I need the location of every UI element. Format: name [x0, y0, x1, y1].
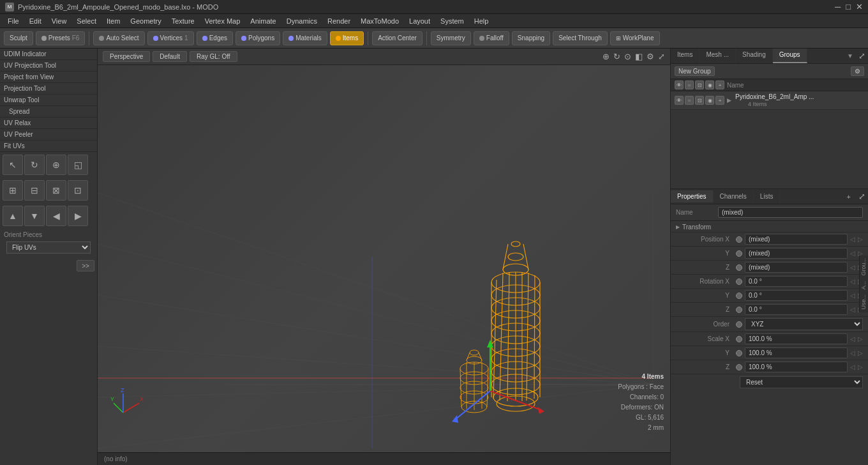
uv-grid-icon-btn[interactable]: ⊞ — [3, 180, 23, 201]
auto-select-btn[interactable]: Auto Select — [93, 31, 144, 45]
tab-channels[interactable]: Channels — [714, 190, 754, 202]
item-render-icon[interactable]: ○ — [685, 96, 694, 105]
pos-x-dot[interactable] — [736, 236, 742, 243]
tab-mesh[interactable]: Mesh ... — [700, 49, 736, 63]
scale-z-dot[interactable] — [736, 364, 742, 370]
menu-animate[interactable]: Animate — [245, 16, 281, 26]
rot-x-dot[interactable] — [736, 278, 742, 285]
vp-rotate-btn[interactable]: ↻ — [613, 52, 620, 61]
tab-shading[interactable]: Shading — [736, 49, 773, 63]
tool-uv-projection[interactable]: UV Projection Tool — [0, 60, 97, 72]
tool-uv-peeler[interactable]: UV Peeler — [0, 129, 97, 141]
vp-zoom-btn[interactable]: ⊙ — [624, 52, 631, 61]
menu-edit[interactable]: Edit — [24, 16, 47, 26]
sculpt-toggle[interactable]: Sculpt — [4, 31, 33, 45]
rot-z-input[interactable] — [745, 304, 848, 315]
scale-x-input[interactable] — [745, 333, 848, 344]
scale-z-arrow-r[interactable]: ▷ — [858, 363, 863, 370]
menu-geometry[interactable]: Geometry — [125, 16, 166, 26]
list-item[interactable]: 👁 ○ ⊡ ◉ + ▶ Pyridoxine_B6_2ml_Amp ... 4 … — [671, 91, 868, 110]
tool-spread[interactable]: Spread — [0, 106, 97, 118]
tool-fit-uvs[interactable]: Fit UVs — [0, 141, 97, 152]
item-add-icon[interactable]: + — [715, 96, 724, 105]
left-icon-btn[interactable]: ◀ — [46, 206, 66, 226]
falloff-btn[interactable]: Falloff — [474, 31, 509, 45]
transform-icon-btn[interactable]: ◱ — [68, 155, 88, 175]
maximize-btn[interactable]: □ — [846, 2, 851, 11]
scale-x-arrow-r[interactable]: ▷ — [858, 335, 863, 342]
select-through-btn[interactable]: Select Through — [553, 31, 608, 45]
menu-maxtomodo[interactable]: MaxToModo — [355, 16, 404, 26]
menu-texture[interactable]: Texture — [167, 16, 200, 26]
name-input[interactable] — [718, 207, 863, 218]
scale-y-dot[interactable] — [736, 350, 742, 356]
solo-icon[interactable]: ◉ — [705, 80, 714, 89]
menu-dynamics[interactable]: Dynamics — [281, 16, 322, 26]
right-icon-btn[interactable]: ▶ — [68, 206, 88, 226]
tab-properties[interactable]: Properties — [671, 190, 714, 202]
rot-z-arrow[interactable]: ◁ — [850, 306, 855, 313]
item-expand-arrow[interactable]: ▶ — [727, 97, 731, 103]
item-eye-icon[interactable]: 👁 — [675, 96, 684, 105]
more-btn[interactable]: >> — [77, 260, 94, 271]
side-user-label[interactable]: Use... — [860, 292, 868, 312]
add-icon[interactable]: + — [715, 80, 724, 89]
perspective-tab[interactable]: Perspective — [103, 51, 150, 62]
items-btn[interactable]: Items — [330, 31, 364, 45]
groups-controls-btn[interactable]: ⚙ — [851, 66, 864, 76]
menu-file[interactable]: File — [3, 16, 24, 26]
scale-z-input[interactable] — [745, 362, 848, 372]
action-center-btn[interactable]: Action Center — [372, 31, 423, 45]
minimize-btn[interactable]: ─ — [835, 2, 841, 11]
vp-orient-btn[interactable]: ⊕ — [602, 52, 610, 61]
reset-select[interactable]: Reset — [740, 376, 863, 388]
pos-x-arrow-r[interactable]: ▷ — [858, 236, 863, 243]
menu-render[interactable]: Render — [322, 16, 355, 26]
side-group-label[interactable]: Grou... — [860, 255, 868, 278]
menu-layout[interactable]: Layout — [404, 16, 435, 26]
rot-y-dot[interactable] — [736, 293, 742, 299]
expand-props-btn[interactable]: ⤢ — [856, 189, 868, 204]
scale-icon-btn[interactable]: ⊕ — [46, 155, 66, 175]
uv-check-icon-btn[interactable]: ⊟ — [24, 180, 45, 201]
edges-btn[interactable]: Edges — [197, 31, 233, 45]
scale-x-dot[interactable] — [736, 336, 742, 342]
rot-z-dot[interactable] — [736, 307, 742, 313]
tab-groups[interactable]: Groups — [773, 49, 807, 63]
scale-y-arrow-r[interactable]: ▷ — [858, 349, 863, 356]
default-tab[interactable]: Default — [153, 51, 187, 62]
scale-y-arrow[interactable]: ◁ — [850, 349, 855, 356]
menu-help[interactable]: Help — [469, 16, 494, 26]
close-btn[interactable]: ✕ — [856, 2, 863, 11]
add-tab-btn[interactable]: + — [842, 190, 856, 203]
item-lock-icon[interactable]: ⊡ — [695, 96, 704, 105]
snapping-btn[interactable]: Snapping — [512, 31, 550, 45]
polygons-btn[interactable]: Polygons — [236, 31, 280, 45]
tab-lists[interactable]: Lists — [754, 190, 781, 202]
order-select[interactable]: XYZ — [745, 318, 863, 330]
vp-settings-btn[interactable]: ⚙ — [647, 52, 654, 61]
order-dot[interactable] — [736, 321, 742, 328]
tool-udim-indicator[interactable]: UDIM Indicator — [0, 49, 97, 60]
scale-x-arrow[interactable]: ◁ — [850, 335, 855, 342]
presets-btn[interactable]: Presets F6 — [36, 31, 86, 45]
item-solo-icon[interactable]: ◉ — [705, 96, 714, 105]
move-icon-btn[interactable]: ↖ — [3, 155, 23, 175]
lock-icon[interactable]: ⊡ — [695, 80, 704, 89]
pos-y-input[interactable] — [745, 248, 848, 259]
vp-expand-btn[interactable]: ⤢ — [658, 52, 665, 61]
uv-cross-icon-btn[interactable]: ⊠ — [46, 180, 66, 201]
rot-y-arrow[interactable]: ◁ — [850, 292, 855, 299]
menu-system[interactable]: System — [435, 16, 469, 26]
new-group-btn[interactable]: New Group — [675, 66, 715, 76]
render-icon[interactable]: ○ — [685, 80, 694, 89]
tool-uv-relax[interactable]: UV Relax — [0, 118, 97, 129]
tab-items[interactable]: Items — [671, 49, 700, 63]
uv-dot-icon-btn[interactable]: ⊡ — [68, 180, 88, 201]
flip-uvs-select[interactable]: Flip UVs — [6, 241, 91, 254]
tool-projection-tool[interactable]: Projection Tool — [0, 83, 97, 95]
viewport[interactable]: X Y Z 4 Items Polygons : Face Channels: … — [98, 65, 670, 452]
pos-y-dot[interactable] — [736, 250, 742, 257]
pos-z-input[interactable] — [745, 262, 848, 273]
pos-y-arrow[interactable]: ◁ — [850, 250, 855, 257]
